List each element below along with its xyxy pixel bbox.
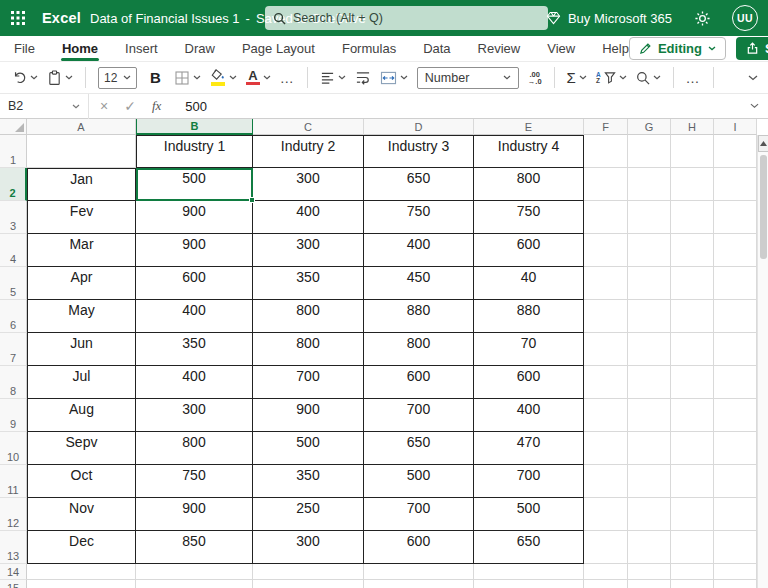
font-size-select[interactable]: 12 [98,67,137,89]
font-color-button[interactable]: A [246,70,271,86]
cell-F4[interactable] [584,234,628,267]
tab-home[interactable]: Home [62,36,98,62]
cell-E3[interactable]: 750 [474,201,584,234]
paste-button[interactable] [47,70,73,86]
cell-B12[interactable]: 900 [136,498,253,531]
cell-B5[interactable]: 600 [136,267,253,300]
cell-H1[interactable] [671,135,714,168]
cell-B4[interactable]: 900 [136,234,253,267]
cell-E5[interactable]: 40 [474,267,584,300]
tab-review[interactable]: Review [478,36,521,62]
row-header-8[interactable]: 8 [0,366,27,399]
row-header-4[interactable]: 4 [0,234,27,267]
cell-B13[interactable]: 850 [136,531,253,564]
cell-F12[interactable] [584,498,628,531]
cell-A6[interactable]: May [27,300,136,333]
cell-D10[interactable]: 650 [364,432,474,465]
cell-F2[interactable] [584,168,628,201]
row-header-7[interactable]: 7 [0,333,27,366]
tab-data[interactable]: Data [423,36,450,62]
cell-G2[interactable] [628,168,671,201]
editing-mode-button[interactable]: Editing [629,37,726,60]
cell-C2[interactable]: 300 [253,168,364,201]
account-avatar[interactable]: UU [732,5,758,31]
cell-H13[interactable] [671,531,714,564]
column-header-G[interactable]: G [628,119,671,135]
cell-G14[interactable] [628,564,671,580]
row-header-11[interactable]: 11 [0,465,27,498]
fill-color-button[interactable] [210,69,237,86]
cell-B2[interactable]: 500 [136,168,253,201]
cell-H8[interactable] [671,366,714,399]
cell-H9[interactable] [671,399,714,432]
autosum-button[interactable]: Σ [567,69,587,86]
cell-F7[interactable] [584,333,628,366]
app-launcher-button[interactable] [0,0,36,36]
row-header-10[interactable]: 10 [0,432,27,465]
cell-B8[interactable]: 400 [136,366,253,399]
cell-E10[interactable]: 470 [474,432,584,465]
sort-filter-button[interactable]: AZ [596,71,627,84]
cell-G3[interactable] [628,201,671,234]
cell-F8[interactable] [584,366,628,399]
cell-C7[interactable]: 800 [253,333,364,366]
cell-H5[interactable] [671,267,714,300]
fill-handle[interactable] [249,197,255,203]
cell-E4[interactable]: 600 [474,234,584,267]
cell-G12[interactable] [628,498,671,531]
cell-H2[interactable] [671,168,714,201]
row-header-14[interactable]: 14 [0,564,27,580]
cell-I8[interactable] [714,366,757,399]
cell-C5[interactable]: 350 [253,267,364,300]
cell-E7[interactable]: 70 [474,333,584,366]
more-font-options-button[interactable]: … [280,70,295,86]
cell-H6[interactable] [671,300,714,333]
row-header-2[interactable]: 2 [0,168,27,201]
scroll-up-button[interactable] [758,135,768,152]
cell-I11[interactable] [714,465,757,498]
settings-button[interactable] [690,6,714,30]
document-name[interactable]: Data of Financial Issues 1 [90,11,240,26]
merge-cells-button[interactable] [380,71,408,85]
expand-formula-bar-button[interactable] [750,103,768,109]
cell-I7[interactable] [714,333,757,366]
cell-I10[interactable] [714,432,757,465]
cell-G11[interactable] [628,465,671,498]
tab-draw[interactable]: Draw [185,36,215,62]
cell-E14[interactable] [474,564,584,580]
undo-button[interactable] [12,70,38,85]
row-header-5[interactable]: 5 [0,267,27,300]
cell-F13[interactable] [584,531,628,564]
more-ribbon-options-button[interactable]: … [686,70,701,86]
cell-F14[interactable] [584,564,628,580]
cell-B10[interactable]: 800 [136,432,253,465]
name-box[interactable]: B2 [0,94,88,119]
cell-H4[interactable] [671,234,714,267]
tab-insert[interactable]: Insert [125,36,158,62]
cell-B6[interactable]: 400 [136,300,253,333]
cell-F15[interactable] [584,580,628,588]
vertical-scrollbar[interactable] [757,135,768,588]
cell-E1[interactable]: Industry 4 [474,135,584,168]
app-brand[interactable]: Excel [42,10,81,26]
cell-C6[interactable]: 800 [253,300,364,333]
cell-I6[interactable] [714,300,757,333]
cell-E12[interactable]: 500 [474,498,584,531]
cell-A12[interactable]: Nov [27,498,136,531]
tab-page-layout[interactable]: Page Layout [242,36,315,62]
cell-D14[interactable] [364,564,474,580]
column-header-E[interactable]: E [474,119,584,135]
cell-I4[interactable] [714,234,757,267]
borders-button[interactable] [174,70,201,86]
cell-B7[interactable]: 350 [136,333,253,366]
cell-C14[interactable] [253,564,364,580]
cell-G7[interactable] [628,333,671,366]
cell-G8[interactable] [628,366,671,399]
cell-B14[interactable] [136,564,253,580]
tab-help[interactable]: Help [602,36,629,62]
cell-D12[interactable]: 700 [364,498,474,531]
cell-I14[interactable] [714,564,757,580]
cell-C11[interactable]: 350 [253,465,364,498]
cell-I9[interactable] [714,399,757,432]
cell-D5[interactable]: 450 [364,267,474,300]
